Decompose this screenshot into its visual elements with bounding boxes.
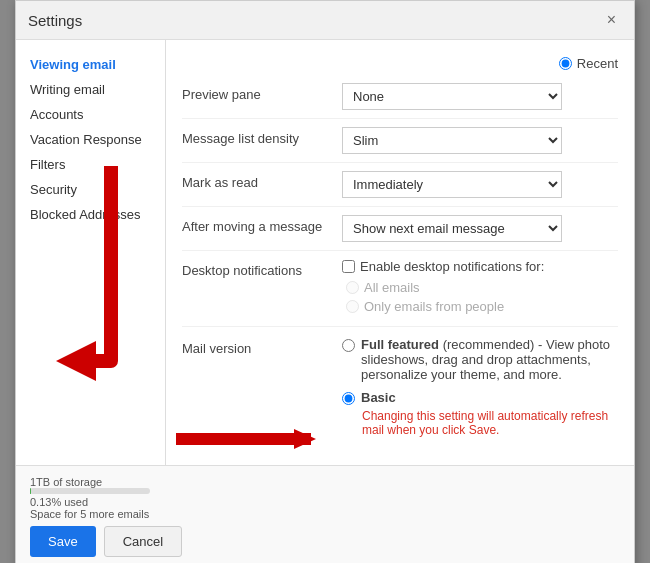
all-emails-option: All emails (346, 280, 618, 295)
only-from-people-label: Only emails from people (364, 299, 504, 314)
enable-notifications-row: Enable desktop notifications for: (342, 259, 618, 274)
message-list-density-select[interactable]: Default Comfortable Slim (342, 127, 562, 154)
mail-version-options: Full featured (recommended) - View photo… (342, 337, 618, 445)
full-featured-text: Full featured (recommended) - View photo… (361, 337, 618, 382)
basic-option: Basic Changing this setting will automat… (342, 390, 618, 437)
enable-notifications-checkbox[interactable] (342, 260, 355, 273)
close-button[interactable]: × (601, 9, 622, 31)
refresh-warning: Changing this setting will automatically… (362, 409, 618, 437)
preview-pane-row: Preview pane None Right of inbox Below i… (182, 75, 618, 119)
recent-label: Recent (577, 56, 618, 71)
after-moving-label: After moving a message (182, 215, 342, 234)
message-list-density-control: Default Comfortable Slim (342, 127, 618, 154)
enable-notifications-label: Enable desktop notifications for: (360, 259, 544, 274)
mail-version-label: Mail version (182, 337, 342, 356)
dialog-footer: 1TB of storage 0.13% used Space for 5 mo… (16, 465, 634, 563)
recent-row: Recent (182, 50, 618, 75)
recent-option[interactable]: Recent (559, 56, 618, 71)
sidebar-item-blocked-addresses[interactable]: Blocked Addresses (16, 202, 165, 227)
dialog-title: Settings (28, 12, 82, 29)
title-bar: Settings × (16, 1, 634, 40)
message-list-density-label: Message list density (182, 127, 342, 146)
storage-info: 1TB of storage 0.13% used Space for 5 mo… (30, 476, 620, 520)
full-featured-option: Full featured (recommended) - View photo… (342, 337, 618, 382)
basic-label-row[interactable]: Basic (342, 390, 618, 405)
mail-version-section: Mail version Full featured (recommended)… (182, 327, 618, 455)
full-featured-label-row[interactable]: Full featured (recommended) - View photo… (342, 337, 618, 382)
basic-text: Basic (361, 390, 396, 405)
used-label: 0.13% used (30, 496, 620, 508)
desktop-notifications-label: Desktop notifications (182, 259, 342, 278)
settings-dialog: Settings × Viewing email Writing email A… (15, 0, 635, 563)
recent-radio[interactable] (559, 57, 572, 70)
footer-buttons: Save Cancel (30, 526, 620, 557)
preview-pane-control: None Right of inbox Below inbox (342, 83, 618, 110)
sidebar-item-viewing-email[interactable]: Viewing email (16, 52, 165, 77)
space-label: Space for 5 more emails (30, 508, 620, 520)
mark-as-read-select[interactable]: Immediately After 5 seconds Manually (342, 171, 562, 198)
content-area: Recent Preview pane None Right of inbox … (166, 40, 634, 465)
preview-pane-select[interactable]: None Right of inbox Below inbox (342, 83, 562, 110)
mark-as-read-control: Immediately After 5 seconds Manually (342, 171, 618, 198)
sidebar-item-accounts[interactable]: Accounts (16, 102, 165, 127)
sidebar-item-writing-email[interactable]: Writing email (16, 77, 165, 102)
preview-pane-label: Preview pane (182, 83, 342, 102)
message-list-density-row: Message list density Default Comfortable… (182, 119, 618, 163)
basic-radio[interactable] (342, 392, 355, 405)
save-button[interactable]: Save (30, 526, 96, 557)
cancel-button[interactable]: Cancel (104, 526, 182, 557)
only-from-people-option: Only emails from people (346, 299, 618, 314)
storage-bar-bg (30, 488, 150, 494)
storage-label: 1TB of storage (30, 476, 620, 488)
mark-as-read-row: Mark as read Immediately After 5 seconds… (182, 163, 618, 207)
desktop-notifications-row: Desktop notifications Enable desktop not… (182, 251, 618, 327)
full-featured-strong: Full featured (361, 337, 439, 352)
sidebar: Viewing email Writing email Accounts Vac… (16, 40, 166, 465)
dialog-body: Viewing email Writing email Accounts Vac… (16, 40, 634, 465)
only-from-people-radio (346, 300, 359, 313)
sidebar-item-security[interactable]: Security (16, 177, 165, 202)
sidebar-item-filters[interactable]: Filters (16, 152, 165, 177)
after-moving-row: After moving a message Show next email m… (182, 207, 618, 251)
mark-as-read-label: Mark as read (182, 171, 342, 190)
basic-strong: Basic (361, 390, 396, 405)
all-emails-radio (346, 281, 359, 294)
desktop-notifications-control: Enable desktop notifications for: All em… (342, 259, 618, 318)
full-featured-radio[interactable] (342, 339, 355, 352)
after-moving-select[interactable]: Show next email message Show previous em… (342, 215, 562, 242)
sidebar-item-vacation-response[interactable]: Vacation Response (16, 127, 165, 152)
after-moving-control: Show next email message Show previous em… (342, 215, 618, 242)
all-emails-label: All emails (364, 280, 420, 295)
